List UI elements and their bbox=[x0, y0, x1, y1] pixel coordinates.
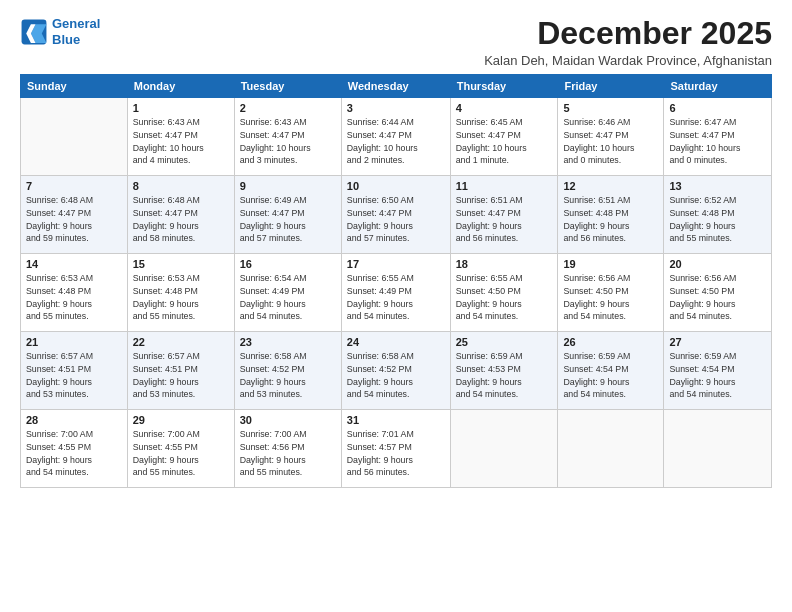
week-row-2: 7Sunrise: 6:48 AMSunset: 4:47 PMDaylight… bbox=[21, 176, 772, 254]
day-info: Sunrise: 6:59 AMSunset: 4:54 PMDaylight:… bbox=[669, 350, 766, 401]
day-info: Sunrise: 6:56 AMSunset: 4:50 PMDaylight:… bbox=[669, 272, 766, 323]
day-info: Sunrise: 7:01 AMSunset: 4:57 PMDaylight:… bbox=[347, 428, 445, 479]
day-number: 1 bbox=[133, 102, 229, 114]
day-info: Sunrise: 6:56 AMSunset: 4:50 PMDaylight:… bbox=[563, 272, 658, 323]
day-number: 19 bbox=[563, 258, 658, 270]
day-number: 26 bbox=[563, 336, 658, 348]
day-info: Sunrise: 6:59 AMSunset: 4:53 PMDaylight:… bbox=[456, 350, 553, 401]
day-number: 7 bbox=[26, 180, 122, 192]
day-cell: 25Sunrise: 6:59 AMSunset: 4:53 PMDayligh… bbox=[450, 332, 558, 410]
day-number: 28 bbox=[26, 414, 122, 426]
day-info: Sunrise: 6:58 AMSunset: 4:52 PMDaylight:… bbox=[347, 350, 445, 401]
day-info: Sunrise: 6:43 AMSunset: 4:47 PMDaylight:… bbox=[240, 116, 336, 167]
calendar-table: SundayMondayTuesdayWednesdayThursdayFrid… bbox=[20, 74, 772, 488]
day-cell: 2Sunrise: 6:43 AMSunset: 4:47 PMDaylight… bbox=[234, 98, 341, 176]
day-cell: 11Sunrise: 6:51 AMSunset: 4:47 PMDayligh… bbox=[450, 176, 558, 254]
day-info: Sunrise: 6:45 AMSunset: 4:47 PMDaylight:… bbox=[456, 116, 553, 167]
day-info: Sunrise: 6:48 AMSunset: 4:47 PMDaylight:… bbox=[133, 194, 229, 245]
day-number: 2 bbox=[240, 102, 336, 114]
header-cell-wednesday: Wednesday bbox=[341, 75, 450, 98]
day-number: 8 bbox=[133, 180, 229, 192]
day-cell: 3Sunrise: 6:44 AMSunset: 4:47 PMDaylight… bbox=[341, 98, 450, 176]
day-number: 21 bbox=[26, 336, 122, 348]
day-cell: 21Sunrise: 6:57 AMSunset: 4:51 PMDayligh… bbox=[21, 332, 128, 410]
day-info: Sunrise: 6:50 AMSunset: 4:47 PMDaylight:… bbox=[347, 194, 445, 245]
day-cell: 31Sunrise: 7:01 AMSunset: 4:57 PMDayligh… bbox=[341, 410, 450, 488]
day-number: 13 bbox=[669, 180, 766, 192]
day-info: Sunrise: 6:59 AMSunset: 4:54 PMDaylight:… bbox=[563, 350, 658, 401]
day-number: 11 bbox=[456, 180, 553, 192]
day-cell: 4Sunrise: 6:45 AMSunset: 4:47 PMDaylight… bbox=[450, 98, 558, 176]
day-cell: 29Sunrise: 7:00 AMSunset: 4:55 PMDayligh… bbox=[127, 410, 234, 488]
day-info: Sunrise: 6:49 AMSunset: 4:47 PMDaylight:… bbox=[240, 194, 336, 245]
title-block: December 2025 Kalan Deh, Maidan Wardak P… bbox=[484, 16, 772, 68]
logo-icon bbox=[20, 18, 48, 46]
day-info: Sunrise: 6:55 AMSunset: 4:50 PMDaylight:… bbox=[456, 272, 553, 323]
day-number: 14 bbox=[26, 258, 122, 270]
day-cell: 12Sunrise: 6:51 AMSunset: 4:48 PMDayligh… bbox=[558, 176, 664, 254]
day-number: 17 bbox=[347, 258, 445, 270]
day-number: 22 bbox=[133, 336, 229, 348]
day-cell: 9Sunrise: 6:49 AMSunset: 4:47 PMDaylight… bbox=[234, 176, 341, 254]
header-cell-friday: Friday bbox=[558, 75, 664, 98]
day-info: Sunrise: 6:43 AMSunset: 4:47 PMDaylight:… bbox=[133, 116, 229, 167]
day-number: 5 bbox=[563, 102, 658, 114]
day-cell: 15Sunrise: 6:53 AMSunset: 4:48 PMDayligh… bbox=[127, 254, 234, 332]
week-row-3: 14Sunrise: 6:53 AMSunset: 4:48 PMDayligh… bbox=[21, 254, 772, 332]
day-number: 24 bbox=[347, 336, 445, 348]
day-cell: 5Sunrise: 6:46 AMSunset: 4:47 PMDaylight… bbox=[558, 98, 664, 176]
page: General Blue December 2025 Kalan Deh, Ma… bbox=[0, 0, 792, 612]
logo-text: General Blue bbox=[52, 16, 100, 47]
day-cell: 13Sunrise: 6:52 AMSunset: 4:48 PMDayligh… bbox=[664, 176, 772, 254]
day-number: 20 bbox=[669, 258, 766, 270]
day-number: 16 bbox=[240, 258, 336, 270]
day-info: Sunrise: 6:58 AMSunset: 4:52 PMDaylight:… bbox=[240, 350, 336, 401]
day-number: 25 bbox=[456, 336, 553, 348]
day-cell: 7Sunrise: 6:48 AMSunset: 4:47 PMDaylight… bbox=[21, 176, 128, 254]
logo-line2: Blue bbox=[52, 32, 80, 47]
day-info: Sunrise: 6:48 AMSunset: 4:47 PMDaylight:… bbox=[26, 194, 122, 245]
header-cell-monday: Monday bbox=[127, 75, 234, 98]
day-info: Sunrise: 6:44 AMSunset: 4:47 PMDaylight:… bbox=[347, 116, 445, 167]
day-cell: 8Sunrise: 6:48 AMSunset: 4:47 PMDaylight… bbox=[127, 176, 234, 254]
day-cell: 24Sunrise: 6:58 AMSunset: 4:52 PMDayligh… bbox=[341, 332, 450, 410]
week-row-1: 1Sunrise: 6:43 AMSunset: 4:47 PMDaylight… bbox=[21, 98, 772, 176]
day-cell: 6Sunrise: 6:47 AMSunset: 4:47 PMDaylight… bbox=[664, 98, 772, 176]
day-cell: 18Sunrise: 6:55 AMSunset: 4:50 PMDayligh… bbox=[450, 254, 558, 332]
header-row: SundayMondayTuesdayWednesdayThursdayFrid… bbox=[21, 75, 772, 98]
day-number: 29 bbox=[133, 414, 229, 426]
day-info: Sunrise: 7:00 AMSunset: 4:55 PMDaylight:… bbox=[26, 428, 122, 479]
day-number: 15 bbox=[133, 258, 229, 270]
day-number: 9 bbox=[240, 180, 336, 192]
header-cell-sunday: Sunday bbox=[21, 75, 128, 98]
day-info: Sunrise: 7:00 AMSunset: 4:55 PMDaylight:… bbox=[133, 428, 229, 479]
week-row-4: 21Sunrise: 6:57 AMSunset: 4:51 PMDayligh… bbox=[21, 332, 772, 410]
day-cell: 17Sunrise: 6:55 AMSunset: 4:49 PMDayligh… bbox=[341, 254, 450, 332]
day-info: Sunrise: 6:53 AMSunset: 4:48 PMDaylight:… bbox=[26, 272, 122, 323]
day-number: 6 bbox=[669, 102, 766, 114]
day-cell: 10Sunrise: 6:50 AMSunset: 4:47 PMDayligh… bbox=[341, 176, 450, 254]
logo: General Blue bbox=[20, 16, 100, 47]
day-number: 31 bbox=[347, 414, 445, 426]
day-cell: 28Sunrise: 7:00 AMSunset: 4:55 PMDayligh… bbox=[21, 410, 128, 488]
logo-line1: General bbox=[52, 16, 100, 31]
day-cell: 1Sunrise: 6:43 AMSunset: 4:47 PMDaylight… bbox=[127, 98, 234, 176]
header-cell-saturday: Saturday bbox=[664, 75, 772, 98]
day-info: Sunrise: 6:46 AMSunset: 4:47 PMDaylight:… bbox=[563, 116, 658, 167]
month-title: December 2025 bbox=[484, 16, 772, 51]
day-cell: 14Sunrise: 6:53 AMSunset: 4:48 PMDayligh… bbox=[21, 254, 128, 332]
header: General Blue December 2025 Kalan Deh, Ma… bbox=[20, 16, 772, 68]
day-info: Sunrise: 6:47 AMSunset: 4:47 PMDaylight:… bbox=[669, 116, 766, 167]
day-cell: 30Sunrise: 7:00 AMSunset: 4:56 PMDayligh… bbox=[234, 410, 341, 488]
day-number: 4 bbox=[456, 102, 553, 114]
day-cell bbox=[664, 410, 772, 488]
day-number: 3 bbox=[347, 102, 445, 114]
day-info: Sunrise: 6:54 AMSunset: 4:49 PMDaylight:… bbox=[240, 272, 336, 323]
day-cell: 20Sunrise: 6:56 AMSunset: 4:50 PMDayligh… bbox=[664, 254, 772, 332]
header-cell-thursday: Thursday bbox=[450, 75, 558, 98]
day-number: 27 bbox=[669, 336, 766, 348]
day-info: Sunrise: 6:51 AMSunset: 4:48 PMDaylight:… bbox=[563, 194, 658, 245]
day-info: Sunrise: 6:55 AMSunset: 4:49 PMDaylight:… bbox=[347, 272, 445, 323]
day-info: Sunrise: 6:57 AMSunset: 4:51 PMDaylight:… bbox=[133, 350, 229, 401]
day-number: 12 bbox=[563, 180, 658, 192]
